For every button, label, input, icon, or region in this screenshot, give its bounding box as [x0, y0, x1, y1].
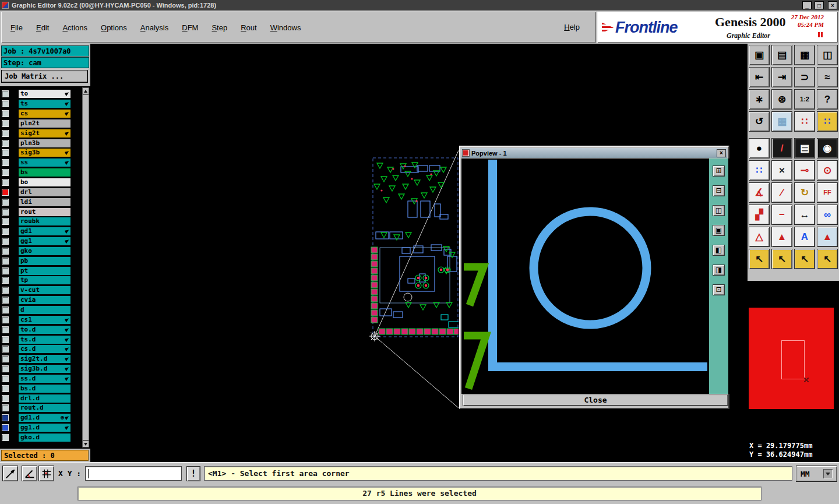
zoom-next-icon[interactable]: ⇥ [771, 67, 792, 87]
layer-name-gg1.d[interactable]: gg1.d [19, 424, 70, 432]
xy-input[interactable] [85, 466, 182, 481]
menu-options[interactable]: Options [101, 23, 127, 32]
select-arrow-icon[interactable]: ↖ [749, 249, 770, 269]
layer-row-tp[interactable]: tp [0, 276, 90, 286]
layer-name-sig2t[interactable]: sig2t [19, 129, 70, 138]
grid-snap-button[interactable] [38, 466, 54, 481]
layer-checkbox-sig2t.d[interactable] [2, 355, 9, 362]
zoom-out-icon[interactable]: ⊛ [771, 89, 792, 110]
popview-close-icon[interactable]: × [717, 149, 726, 157]
layer-checkbox-tp[interactable] [2, 277, 9, 284]
command-bang-button[interactable]: ! [186, 466, 200, 481]
menu-dfm[interactable]: DFM [182, 23, 198, 32]
dotted-target-icon[interactable]: ◉ [817, 138, 838, 158]
delete-x-icon[interactable]: × [771, 160, 792, 181]
ruler-icon[interactable]: ▤ [794, 138, 815, 158]
popview-pan-right-icon[interactable]: ◨ [713, 265, 725, 276]
layer-checkbox-pt[interactable] [2, 267, 9, 274]
popview-center-icon[interactable]: ⊡ [713, 284, 725, 295]
layer-checkbox-sig3b.d[interactable] [2, 365, 9, 372]
popview-canvas[interactable] [463, 160, 708, 393]
layer-name-to.d[interactable]: to.d [19, 326, 70, 334]
layer-checkbox-to.d[interactable] [2, 326, 9, 333]
layer-name-pb[interactable]: pb [19, 257, 70, 265]
layer-checkbox-ldi[interactable] [2, 199, 9, 206]
menu-rout[interactable]: Rout [241, 23, 256, 32]
layer-checkbox-pln2t[interactable] [2, 120, 9, 127]
layer-checkbox-gko.d[interactable] [2, 434, 9, 441]
layer-name-roubk[interactable]: roubk [19, 217, 70, 225]
popview-zoom-out-icon[interactable]: ⊟ [713, 185, 725, 196]
layer-row-cs1[interactable]: cs1 [0, 315, 90, 325]
title-bar[interactable]: Graphic Editor 9.02c2 (00@HY-HYCAM-PC050… [0, 0, 839, 10]
layer-row-bs[interactable]: bs [0, 168, 90, 178]
layer-row-gg1[interactable]: gg1 [0, 237, 90, 246]
layer-row-sig2t[interactable]: sig2t [0, 128, 90, 138]
layer-row-ldi[interactable]: ldi [0, 197, 90, 207]
layer-row-pln2t[interactable]: pln2t [0, 119, 90, 129]
select-poly-arrow-icon[interactable]: ↖ [794, 249, 815, 269]
select-chart-arrow-icon[interactable]: ↖ [817, 249, 838, 269]
layer-name-ldi[interactable]: ldi [19, 198, 70, 206]
diagonal-slash-icon[interactable]: / [771, 138, 792, 158]
popview-pan-left-icon[interactable]: ◧ [713, 245, 725, 256]
line-width-icon[interactable]: − [771, 205, 792, 225]
layer-checkbox-rout[interactable] [2, 209, 9, 216]
maximize-button[interactable]: □ [815, 1, 824, 9]
layer-checkbox-rout.d[interactable] [2, 404, 9, 411]
layer-name-ts[interactable]: ts [19, 100, 70, 108]
layer-name-bs[interactable]: bs [19, 168, 70, 177]
grid-toggle-icon[interactable]: ▦ [771, 111, 792, 132]
diagonal-measure-button[interactable] [2, 466, 18, 481]
layer-name-cvia[interactable]: cvia [19, 296, 70, 304]
layer-name-drl[interactable]: drl [19, 188, 70, 196]
layer-name-cs.d[interactable]: cs.d [19, 345, 70, 353]
layer-name-pt[interactable]: pt [19, 267, 70, 275]
navigator-map[interactable] [749, 308, 834, 409]
layer-checkbox-roubk[interactable] [2, 218, 9, 225]
layer-row-v-cut[interactable]: v-cut [0, 286, 90, 295]
layer-row-cs[interactable]: cs [0, 109, 90, 119]
layer-name-v-cut[interactable]: v-cut [19, 286, 70, 294]
layer-checkbox-bs.d[interactable] [2, 385, 9, 392]
layer-row-d[interactable]: d [0, 305, 90, 315]
layer-row-gd1.d[interactable]: gd1.d⊕ [0, 413, 90, 423]
menu-step[interactable]: Step [211, 23, 227, 32]
layer-row-to[interactable]: to [0, 89, 90, 99]
undo-view-icon[interactable]: ↺ [749, 111, 770, 132]
layer-checkbox-ss[interactable] [2, 159, 9, 166]
layer-name-pln3b[interactable]: pln3b [19, 139, 70, 147]
layer-name-ts.d[interactable]: ts.d [19, 336, 70, 344]
layer-checkbox-gd1[interactable] [2, 228, 9, 235]
split-view-icon[interactable]: ◫ [817, 45, 838, 65]
layer-checkbox-bo[interactable] [2, 179, 9, 186]
close-button[interactable]: × [828, 1, 837, 9]
layer-checkbox-drl.d[interactable] [2, 395, 9, 402]
triangle-outline-icon[interactable]: △ [749, 227, 770, 247]
layer-row-gd1[interactable]: gd1 [0, 227, 90, 237]
layer-row-pb[interactable]: pb [0, 256, 90, 266]
layer-row-cs.d[interactable]: cs.d [0, 344, 90, 354]
layer-checkbox-gg1.d[interactable] [2, 424, 9, 431]
popview-window[interactable]: Popview - 1 × ⊞⊟◫▣◧◨⊡ Close [459, 146, 729, 409]
layer-name-d[interactable]: d [19, 306, 70, 314]
layer-name-tp[interactable]: tp [19, 276, 70, 284]
layer-checkbox-sig3b[interactable] [2, 149, 9, 156]
layer-row-rout[interactable]: rout [0, 207, 90, 217]
layer-name-sig2t.d[interactable]: sig2t.d [19, 355, 70, 363]
net-points-icon[interactable]: ∷ [749, 160, 770, 181]
popview-split-view-icon[interactable]: ◫ [713, 205, 725, 216]
layer-row-cvia[interactable]: cvia [0, 295, 90, 305]
dual-dot-grid-icon[interactable]: ∷ [794, 111, 815, 132]
layer-checkbox-gd1.d[interactable] [2, 414, 9, 421]
layer-name-pln2t[interactable]: pln2t [19, 119, 70, 128]
measure-distance-icon[interactable]: ↔ [794, 205, 815, 225]
overview-window-icon[interactable]: ▦ [794, 45, 815, 65]
layer-row-gko[interactable]: gko [0, 246, 90, 256]
color-dot-grid-icon[interactable]: ∷ [817, 111, 838, 132]
layer-checkbox-cs1[interactable] [2, 316, 9, 323]
redraw-view-icon[interactable]: ▤ [771, 45, 792, 65]
scroll-up-icon[interactable] [82, 87, 89, 94]
job-matrix-button[interactable]: Job Matrix ... [1, 70, 88, 83]
layer-checkbox-v-cut[interactable] [2, 287, 9, 294]
